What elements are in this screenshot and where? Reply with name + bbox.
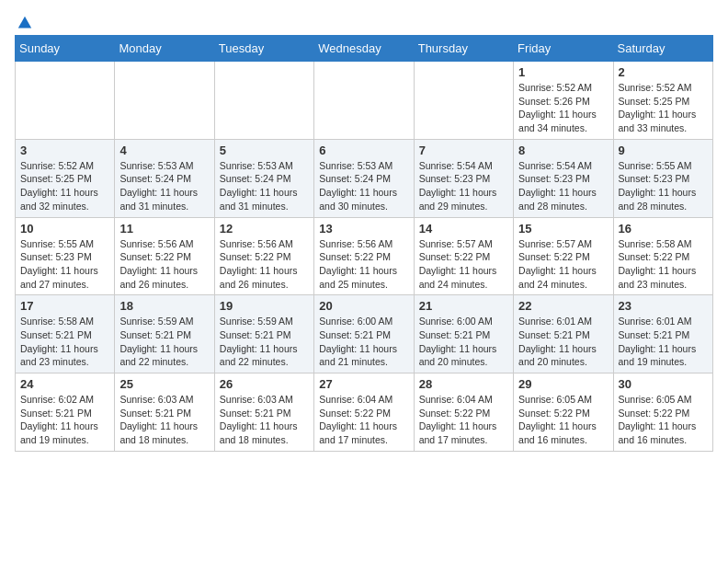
day-info: Sunrise: 5:57 AM Sunset: 5:22 PM Dayligh… — [518, 237, 608, 292]
calendar-day-header: Monday — [115, 36, 214, 62]
day-info: Sunrise: 6:03 AM Sunset: 5:21 PM Dayligh… — [119, 393, 209, 447]
calendar-cell: 25Sunrise: 6:03 AM Sunset: 5:21 PM Dayli… — [115, 373, 214, 452]
day-number: 16 — [619, 222, 708, 236]
day-info: Sunrise: 5:53 AM Sunset: 5:24 PM Dayligh… — [119, 159, 209, 213]
day-info: Sunrise: 5:54 AM Sunset: 5:23 PM Dayligh… — [518, 159, 608, 213]
day-number: 11 — [119, 222, 209, 236]
day-info: Sunrise: 5:57 AM Sunset: 5:22 PM Dayligh… — [419, 237, 508, 292]
day-number: 7 — [419, 144, 508, 157]
calendar-cell: 23Sunrise: 6:01 AM Sunset: 5:21 PM Dayli… — [613, 295, 712, 373]
calendar-cell — [414, 62, 513, 140]
day-info: Sunrise: 6:01 AM Sunset: 5:21 PM Dayligh… — [619, 315, 708, 369]
calendar-cell: 29Sunrise: 6:05 AM Sunset: 5:22 PM Dayli… — [514, 373, 613, 452]
day-info: Sunrise: 5:56 AM Sunset: 5:22 PM Dayligh… — [319, 237, 408, 292]
calendar-day-header: Saturday — [613, 36, 712, 62]
day-info: Sunrise: 6:04 AM Sunset: 5:22 PM Dayligh… — [319, 393, 408, 447]
day-info: Sunrise: 5:55 AM Sunset: 5:23 PM Dayligh… — [619, 159, 708, 213]
day-number: 26 — [220, 377, 309, 391]
day-number: 6 — [319, 144, 408, 157]
day-info: Sunrise: 5:52 AM Sunset: 5:25 PM Dayligh… — [20, 159, 109, 213]
day-number: 15 — [518, 222, 608, 236]
day-info: Sunrise: 6:00 AM Sunset: 5:21 PM Dayligh… — [319, 315, 408, 369]
day-number: 19 — [220, 299, 309, 313]
calendar-cell: 2Sunrise: 5:52 AM Sunset: 5:25 PM Daylig… — [613, 62, 712, 140]
day-info: Sunrise: 5:54 AM Sunset: 5:23 PM Dayligh… — [419, 159, 508, 213]
day-number: 5 — [220, 144, 309, 157]
day-number: 25 — [119, 377, 209, 391]
day-info: Sunrise: 6:02 AM Sunset: 5:21 PM Dayligh… — [20, 393, 109, 447]
calendar-week-row: 3Sunrise: 5:52 AM Sunset: 5:25 PM Daylig… — [16, 139, 713, 217]
day-number: 18 — [119, 299, 209, 313]
calendar-cell — [314, 62, 414, 140]
calendar-day-header: Wednesday — [314, 36, 414, 62]
day-number: 4 — [119, 144, 209, 157]
day-number: 3 — [20, 144, 109, 157]
calendar-cell: 13Sunrise: 5:56 AM Sunset: 5:22 PM Dayli… — [314, 217, 414, 295]
day-number: 29 — [518, 377, 608, 391]
day-info: Sunrise: 6:00 AM Sunset: 5:21 PM Dayligh… — [419, 315, 508, 369]
day-number: 30 — [619, 377, 708, 391]
calendar-cell: 28Sunrise: 6:04 AM Sunset: 5:22 PM Dayli… — [414, 373, 513, 452]
day-number: 8 — [518, 144, 608, 157]
day-number: 22 — [518, 299, 608, 313]
day-info: Sunrise: 5:59 AM Sunset: 5:21 PM Dayligh… — [220, 315, 309, 369]
calendar-week-row: 24Sunrise: 6:02 AM Sunset: 5:21 PM Dayli… — [16, 373, 713, 452]
day-info: Sunrise: 6:03 AM Sunset: 5:21 PM Dayligh… — [220, 393, 309, 447]
calendar-table: SundayMondayTuesdayWednesdayThursdayFrid… — [15, 35, 713, 452]
calendar-cell: 10Sunrise: 5:55 AM Sunset: 5:23 PM Dayli… — [16, 217, 115, 295]
logo-icon — [17, 15, 33, 31]
day-info: Sunrise: 6:05 AM Sunset: 5:22 PM Dayligh… — [619, 393, 708, 447]
day-info: Sunrise: 5:52 AM Sunset: 5:26 PM Dayligh… — [518, 81, 608, 135]
calendar-cell: 6Sunrise: 5:53 AM Sunset: 5:24 PM Daylig… — [314, 139, 414, 217]
svg-marker-0 — [18, 17, 31, 29]
calendar-day-header: Sunday — [16, 36, 115, 62]
calendar-cell: 14Sunrise: 5:57 AM Sunset: 5:22 PM Dayli… — [414, 217, 513, 295]
calendar-cell: 5Sunrise: 5:53 AM Sunset: 5:24 PM Daylig… — [214, 139, 313, 217]
day-number: 2 — [619, 65, 708, 79]
day-info: Sunrise: 6:01 AM Sunset: 5:21 PM Dayligh… — [518, 315, 608, 369]
calendar-day-header: Tuesday — [214, 36, 313, 62]
calendar-cell: 15Sunrise: 5:57 AM Sunset: 5:22 PM Dayli… — [514, 217, 613, 295]
calendar-cell: 3Sunrise: 5:52 AM Sunset: 5:25 PM Daylig… — [16, 139, 115, 217]
day-info: Sunrise: 5:56 AM Sunset: 5:22 PM Dayligh… — [220, 237, 309, 292]
calendar-cell: 1Sunrise: 5:52 AM Sunset: 5:26 PM Daylig… — [514, 62, 613, 140]
day-number: 14 — [419, 222, 508, 236]
day-info: Sunrise: 5:56 AM Sunset: 5:22 PM Dayligh… — [119, 237, 209, 292]
calendar-cell: 21Sunrise: 6:00 AM Sunset: 5:21 PM Dayli… — [414, 295, 513, 373]
day-number: 17 — [20, 299, 109, 313]
calendar-cell: 22Sunrise: 6:01 AM Sunset: 5:21 PM Dayli… — [514, 295, 613, 373]
calendar-cell: 20Sunrise: 6:00 AM Sunset: 5:21 PM Dayli… — [314, 295, 414, 373]
calendar-week-row: 17Sunrise: 5:58 AM Sunset: 5:21 PM Dayli… — [16, 295, 713, 373]
day-number: 27 — [319, 377, 408, 391]
calendar-cell: 19Sunrise: 5:59 AM Sunset: 5:21 PM Dayli… — [214, 295, 313, 373]
calendar-cell: 30Sunrise: 6:05 AM Sunset: 5:22 PM Dayli… — [613, 373, 712, 452]
calendar-cell: 8Sunrise: 5:54 AM Sunset: 5:23 PM Daylig… — [514, 139, 613, 217]
page-header — [15, 15, 713, 28]
day-info: Sunrise: 5:59 AM Sunset: 5:21 PM Dayligh… — [119, 315, 209, 369]
calendar-day-header: Thursday — [414, 36, 513, 62]
calendar-week-row: 10Sunrise: 5:55 AM Sunset: 5:23 PM Dayli… — [16, 217, 713, 295]
day-info: Sunrise: 5:58 AM Sunset: 5:22 PM Dayligh… — [619, 237, 708, 292]
day-number: 1 — [518, 65, 608, 79]
day-info: Sunrise: 5:55 AM Sunset: 5:23 PM Dayligh… — [20, 237, 109, 292]
calendar-cell: 4Sunrise: 5:53 AM Sunset: 5:24 PM Daylig… — [115, 139, 214, 217]
day-number: 21 — [419, 299, 508, 313]
logo — [15, 15, 33, 28]
calendar-cell: 11Sunrise: 5:56 AM Sunset: 5:22 PM Dayli… — [115, 217, 214, 295]
calendar-cell: 16Sunrise: 5:58 AM Sunset: 5:22 PM Dayli… — [613, 217, 712, 295]
calendar-cell: 17Sunrise: 5:58 AM Sunset: 5:21 PM Dayli… — [16, 295, 115, 373]
day-info: Sunrise: 6:05 AM Sunset: 5:22 PM Dayligh… — [518, 393, 608, 447]
day-number: 20 — [319, 299, 408, 313]
calendar-day-header: Friday — [514, 36, 613, 62]
calendar-cell — [115, 62, 214, 140]
calendar-cell: 26Sunrise: 6:03 AM Sunset: 5:21 PM Dayli… — [214, 373, 313, 452]
calendar-header-row: SundayMondayTuesdayWednesdayThursdayFrid… — [16, 36, 713, 62]
calendar-cell: 12Sunrise: 5:56 AM Sunset: 5:22 PM Dayli… — [214, 217, 313, 295]
day-info: Sunrise: 5:52 AM Sunset: 5:25 PM Dayligh… — [619, 81, 708, 135]
day-number: 9 — [619, 144, 708, 157]
day-info: Sunrise: 5:58 AM Sunset: 5:21 PM Dayligh… — [20, 315, 109, 369]
day-info: Sunrise: 5:53 AM Sunset: 5:24 PM Dayligh… — [319, 159, 408, 213]
calendar-cell: 27Sunrise: 6:04 AM Sunset: 5:22 PM Dayli… — [314, 373, 414, 452]
day-number: 23 — [619, 299, 708, 313]
day-number: 12 — [220, 222, 309, 236]
